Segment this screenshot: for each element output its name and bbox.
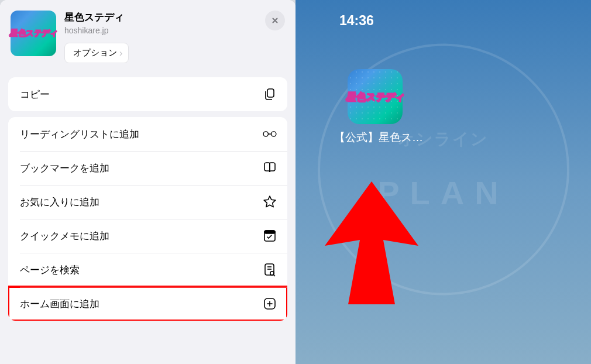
site-title: 星色ステディ xyxy=(64,11,257,24)
options-label: オプション xyxy=(73,47,117,59)
svg-rect-6 xyxy=(264,231,275,233)
copy-button[interactable]: コピー xyxy=(8,77,287,111)
close-icon xyxy=(271,16,279,25)
favorite-button[interactable]: お気に入りに追加 xyxy=(8,185,287,219)
share-sheet: 星色ステディ 星色ステディ hoshikare.jp オプション › コピー xyxy=(0,0,296,364)
find-icon xyxy=(263,263,277,277)
site-icon: 星色ステディ xyxy=(11,11,56,56)
home-app-icon: 星色ステディ xyxy=(348,69,403,124)
copy-icon xyxy=(263,87,277,101)
site-url: hoshikare.jp xyxy=(64,26,257,35)
reading-list-button[interactable]: リーディングリストに追加 xyxy=(8,117,287,151)
svg-point-4 xyxy=(272,132,276,136)
copy-group: コピー xyxy=(8,77,287,111)
menu-label: ページを検索 xyxy=(20,263,80,277)
options-button[interactable]: オプション › xyxy=(64,43,129,63)
status-time: 14:36 xyxy=(339,13,374,29)
actions-group: リーディングリストに追加 ブックマークを追加 お気に入りに追加 xyxy=(8,117,287,321)
menu-label: ブックマークを追加 xyxy=(20,162,109,175)
svg-point-3 xyxy=(263,132,268,136)
home-screen: オンライン PLAN 14:36 星色ステディ 【公式】星色ス… xyxy=(296,0,591,364)
menu-label: お気に入りに追加 xyxy=(20,195,99,209)
quicknote-icon xyxy=(263,229,277,243)
menu-label: リーディングリストに追加 xyxy=(20,128,139,141)
share-header: 星色ステディ 星色ステディ hoshikare.jp オプション › xyxy=(0,0,296,71)
logo-text: 星色ステディ xyxy=(9,28,58,39)
book-icon xyxy=(263,161,277,175)
site-info: 星色ステディ hoshikare.jp オプション › xyxy=(64,11,257,63)
bookmark-button[interactable]: ブックマークを追加 xyxy=(8,151,287,185)
quicknote-button[interactable]: クイックメモに追加 xyxy=(8,219,287,253)
logo-text: 星色ステディ xyxy=(345,90,405,104)
home-app[interactable]: 星色ステディ 【公式】星色ス… xyxy=(334,69,416,145)
star-icon xyxy=(263,195,277,209)
find-button[interactable]: ページを検索 xyxy=(8,253,287,287)
home-app-label: 【公式】星色ス… xyxy=(334,130,416,145)
glasses-icon xyxy=(263,127,277,141)
add-to-home-button[interactable]: ホーム画面に追加 xyxy=(8,287,287,321)
menu-label: ホーム画面に追加 xyxy=(20,297,99,311)
menu-label: クイックメモに追加 xyxy=(20,229,109,243)
plus-square-icon xyxy=(263,297,277,311)
svg-line-11 xyxy=(274,275,276,277)
svg-marker-15 xyxy=(325,181,418,304)
watermark-text: PLAN xyxy=(377,173,508,211)
chevron-right-icon: › xyxy=(119,48,122,59)
annotation-arrow xyxy=(296,170,424,310)
svg-rect-2 xyxy=(267,89,274,97)
copy-label: コピー xyxy=(20,88,50,101)
close-button[interactable] xyxy=(265,11,285,30)
